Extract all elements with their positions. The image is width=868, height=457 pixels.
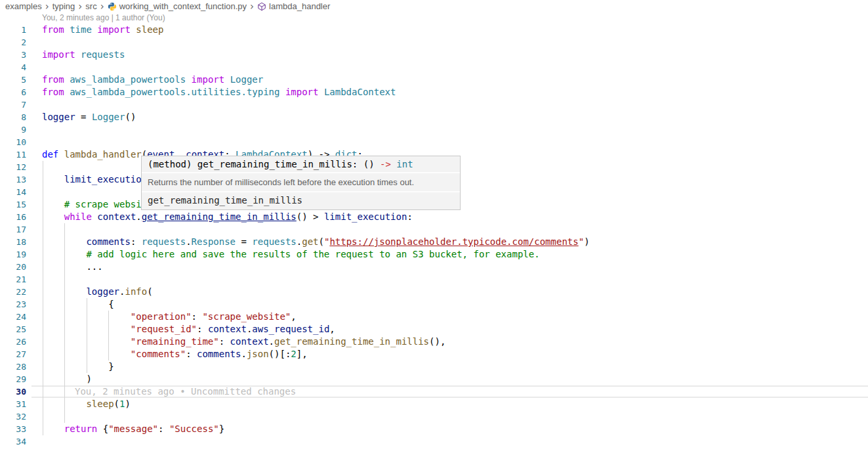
- line-number[interactable]: 34: [0, 435, 26, 448]
- code-text: sleep(1): [42, 398, 131, 410]
- line-number[interactable]: 11: [0, 148, 26, 161]
- line-number[interactable]: 26: [0, 336, 26, 348]
- code-line[interactable]: 8logger = Logger(): [0, 111, 868, 123]
- code-line[interactable]: 26 "remaining_time": context.get_remaini…: [0, 336, 868, 348]
- line-number[interactable]: 4: [0, 61, 26, 74]
- line-number[interactable]: 21: [0, 273, 26, 286]
- code-line[interactable]: 6from aws_lambda_powertools.utilities.ty…: [0, 86, 868, 98]
- code-token: (: [319, 236, 324, 247]
- code-token: () >: [297, 211, 324, 222]
- line-number[interactable]: 9: [0, 123, 26, 136]
- line-number[interactable]: 31: [0, 398, 26, 410]
- breadcrumb-item-file[interactable]: working_with_context_function.py: [108, 1, 247, 11]
- code-token: :: [192, 311, 203, 322]
- line-number[interactable]: 7: [0, 98, 26, 111]
- code-token: =: [236, 236, 252, 247]
- code-line[interactable]: 7: [0, 98, 868, 111]
- code-text: "request_id": context.aws_request_id,: [42, 323, 335, 336]
- line-number[interactable]: 17: [0, 223, 26, 236]
- line-number[interactable]: 14: [0, 186, 26, 198]
- line-number[interactable]: 29: [0, 373, 26, 385]
- line-number[interactable]: 28: [0, 360, 26, 373]
- line-number[interactable]: 10: [0, 136, 26, 148]
- code-token: context: [97, 211, 136, 222]
- line-number[interactable]: 33: [0, 423, 26, 435]
- line-number[interactable]: 15: [0, 198, 26, 211]
- line-number[interactable]: 12: [0, 161, 26, 173]
- code-line[interactable]: 30You, 2 minutes ago • Uncommitted chang…: [0, 385, 868, 398]
- hover-arrow: ->: [380, 159, 391, 169]
- code-line[interactable]: 23 {: [0, 298, 868, 311]
- url-link[interactable]: https://jsonplaceholder.typicode.com/com…: [329, 236, 578, 247]
- code-token: Logger: [92, 112, 125, 122]
- code-token: requests: [252, 236, 296, 247]
- code-token: [42, 174, 64, 185]
- code-line[interactable]: 27 "comments": comments.json()[:2],: [0, 348, 868, 360]
- breadcrumb-item-symbol[interactable]: lambda_handler: [257, 1, 330, 11]
- code-token: :: [219, 336, 230, 347]
- code-line[interactable]: 24 "operation": "scrape_website",: [0, 311, 868, 323]
- code-line[interactable]: 9: [0, 123, 868, 136]
- line-number[interactable]: 24: [0, 311, 26, 323]
- code-token: while: [64, 211, 92, 222]
- line-number[interactable]: 20: [0, 261, 26, 273]
- symbol-link[interactable]: get_remaining_time_in_millis: [142, 211, 297, 222]
- code-token: info: [125, 286, 147, 297]
- code-line[interactable]: 25 "request_id": context.aws_request_id,: [0, 323, 868, 336]
- breadcrumb-label: src: [85, 1, 96, 11]
- code-token: [224, 74, 230, 85]
- code-line[interactable]: 28 }: [0, 360, 868, 373]
- active-line-number[interactable]: 30: [0, 385, 26, 398]
- breadcrumb-item-src[interactable]: src: [85, 1, 96, 11]
- hover-signature: (method) get_remaining_time_in_millis: (…: [142, 156, 460, 172]
- code-line[interactable]: 5from aws_lambda_powertools import Logge…: [0, 74, 868, 86]
- line-number[interactable]: 3: [0, 49, 26, 61]
- line-number[interactable]: 13: [0, 173, 26, 186]
- code-line[interactable]: 20 ...: [0, 261, 868, 273]
- codelens-authors[interactable]: You, 2 minutes ago | 1 author (You): [42, 13, 165, 22]
- line-number[interactable]: 6: [0, 86, 26, 98]
- code-token: :: [407, 211, 412, 222]
- code-token: [75, 49, 81, 60]
- code-token: [42, 424, 64, 434]
- code-line[interactable]: 31 sleep(1): [0, 398, 868, 410]
- line-number[interactable]: 23: [0, 298, 26, 311]
- line-number[interactable]: 8: [0, 111, 26, 123]
- code-line[interactable]: 2: [0, 36, 868, 49]
- line-number[interactable]: 2: [0, 36, 26, 49]
- code-line[interactable]: 10: [0, 136, 868, 148]
- breadcrumb-item-typing[interactable]: typing: [52, 1, 75, 11]
- line-number[interactable]: 22: [0, 286, 26, 298]
- code-line[interactable]: 1from time import sleep: [0, 24, 868, 36]
- code-line[interactable]: 32: [0, 410, 868, 423]
- breadcrumb-label: examples: [5, 1, 42, 11]
- code-line[interactable]: 4: [0, 61, 868, 74]
- code-token: }: [219, 424, 224, 434]
- line-number[interactable]: 1: [0, 24, 26, 36]
- code-token: ): [125, 399, 130, 409]
- line-number[interactable]: 18: [0, 236, 26, 248]
- code-line[interactable]: 16 while context.get_remaining_time_in_m…: [0, 211, 868, 223]
- code-line[interactable]: 18 comments: requests.Response = request…: [0, 236, 868, 248]
- code-token: import: [192, 74, 225, 85]
- code-line[interactable]: 33 return {"message": "Success"}: [0, 423, 868, 435]
- code-token: .: [269, 336, 274, 347]
- line-number[interactable]: 5: [0, 74, 26, 86]
- code-line[interactable]: 21: [0, 273, 868, 286]
- code-text: # scrape websi: [42, 198, 142, 211]
- hover-tooltip: (method) get_remaining_time_in_millis: (…: [141, 156, 461, 210]
- line-number[interactable]: 27: [0, 348, 26, 360]
- line-number[interactable]: 32: [0, 410, 26, 423]
- code-line[interactable]: 17: [0, 223, 868, 236]
- line-number[interactable]: 19: [0, 248, 26, 261]
- line-number[interactable]: 25: [0, 323, 26, 336]
- code-line[interactable]: 29 ): [0, 373, 868, 385]
- line-number[interactable]: 16: [0, 211, 26, 223]
- code-text: "operation": "scrape_website",: [42, 311, 297, 323]
- code-line[interactable]: 22 logger.info(: [0, 286, 868, 298]
- breadcrumb-item-examples[interactable]: examples: [5, 1, 42, 11]
- code-token: 2: [291, 349, 296, 359]
- code-line[interactable]: 19 # add logic here and save the results…: [0, 248, 868, 261]
- code-line[interactable]: 3import requests: [0, 49, 868, 61]
- code-line[interactable]: 34: [0, 435, 868, 448]
